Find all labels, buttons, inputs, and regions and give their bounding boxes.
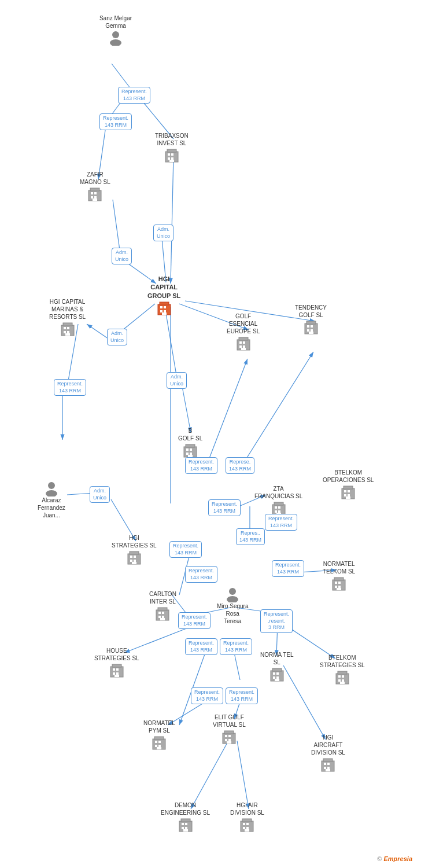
node-demon-eng: DEMONENGINEERING SL [161, 801, 210, 834]
svg-rect-112 [130, 560, 132, 562]
svg-point-130 [227, 596, 238, 602]
building-icon-elit-golf [220, 729, 238, 746]
node-house-strategies: HOUSESTRATEGIES SL [94, 647, 139, 679]
svg-line-19 [240, 352, 313, 469]
svg-rect-114 [132, 562, 136, 564]
svg-rect-110 [130, 556, 132, 558]
building-icon-btelkom-strat [334, 669, 351, 686]
svg-rect-98 [346, 496, 350, 499]
svg-rect-155 [158, 741, 161, 743]
svg-rect-133 [113, 668, 115, 671]
corporate-diagram: Sanz Melgar Gemma Represent.143 RRM Repr… [0, 0, 421, 868]
svg-line-39 [237, 741, 249, 809]
svg-rect-150 [342, 679, 344, 682]
svg-rect-172 [326, 769, 330, 771]
svg-rect-175 [182, 823, 184, 825]
badge-represent-eg2: Represent.143 RRM [226, 687, 258, 704]
person-icon-sanz [108, 30, 124, 46]
svg-rect-141 [276, 672, 279, 675]
copyright: © Empresia [377, 855, 412, 862]
node-bgolf: BGOLF SL [178, 427, 202, 459]
svg-rect-153 [154, 737, 164, 740]
svg-point-41 [112, 31, 119, 38]
svg-rect-179 [183, 829, 188, 832]
svg-rect-183 [246, 823, 249, 825]
svg-rect-67 [67, 327, 69, 329]
person-icon-miro [224, 586, 241, 602]
svg-rect-68 [64, 331, 66, 333]
svg-rect-87 [186, 448, 189, 451]
building-icon-normatel-telkom [330, 575, 348, 593]
building-icon-btelkom-op [339, 484, 357, 501]
svg-point-129 [229, 588, 236, 595]
node-norma-tel: NORMA TELSL [260, 651, 294, 683]
svg-rect-121 [337, 588, 341, 590]
svg-rect-158 [157, 747, 161, 749]
svg-rect-96 [344, 494, 346, 496]
svg-rect-184 [243, 827, 245, 829]
svg-rect-54 [91, 196, 93, 198]
svg-rect-46 [171, 153, 173, 156]
badge-represent-alc: Represent.143 RRM [208, 499, 241, 516]
svg-rect-51 [90, 188, 99, 191]
svg-rect-123 [158, 608, 167, 610]
svg-rect-53 [94, 192, 97, 194]
badge-adm-unico-5: Adm.Unico [90, 486, 110, 503]
svg-rect-154 [155, 741, 157, 743]
svg-rect-146 [338, 671, 347, 674]
svg-line-6 [113, 200, 120, 250]
svg-rect-126 [158, 616, 161, 618]
svg-rect-52 [91, 192, 93, 194]
svg-rect-48 [171, 157, 173, 160]
svg-rect-44 [167, 149, 176, 152]
svg-rect-56 [93, 198, 97, 201]
svg-rect-117 [335, 582, 337, 584]
building-icon-golf-esencial [235, 335, 252, 352]
svg-rect-106 [278, 510, 280, 513]
svg-rect-79 [306, 321, 316, 324]
svg-rect-162 [228, 735, 231, 737]
svg-rect-182 [243, 823, 245, 825]
badge-represent-norm1: Represent.143 RRM [272, 560, 304, 577]
node-zta-franq: ZTAFRANQUICIAS SL [254, 485, 302, 517]
node-miro-segura: Miro SeguraRosaTeresa [217, 586, 248, 625]
building-icon-demon [177, 816, 194, 834]
svg-rect-148 [342, 675, 344, 678]
svg-rect-132 [112, 664, 121, 667]
badge-represent-hgist: Represent.143 RRM [169, 541, 202, 558]
badge-represent-2: Represent.143 RRM [99, 113, 132, 130]
svg-point-100 [46, 490, 57, 496]
svg-rect-161 [225, 735, 227, 737]
building-icon-hgi-aircraft [319, 756, 337, 774]
node-hgi-capital-marinas: HGI CAPITALMARINAS &RESORTS SL [49, 298, 86, 338]
svg-line-5 [171, 156, 173, 284]
svg-rect-89 [186, 453, 189, 455]
badge-represent-zta1: Represent.143 RRM [265, 514, 297, 531]
svg-rect-178 [185, 827, 187, 829]
svg-rect-82 [307, 329, 309, 332]
svg-rect-77 [241, 348, 246, 350]
svg-rect-177 [182, 827, 184, 829]
badge-represent-bgolf2: Represe.143 RRM [226, 457, 254, 474]
svg-rect-49 [169, 160, 174, 162]
badge-represent-1: Represent.143 RRM [118, 87, 150, 104]
svg-rect-139 [272, 668, 282, 671]
building-icon-zafir [86, 186, 104, 203]
building-icon-normatel-pym [150, 734, 168, 752]
svg-rect-144 [275, 679, 279, 681]
building-icon-hgi-marinas [59, 321, 76, 338]
svg-line-33 [234, 653, 240, 680]
svg-point-42 [110, 39, 121, 46]
svg-rect-165 [227, 741, 231, 744]
svg-line-38 [191, 741, 228, 809]
badge-adm-unico-2: Adm.Unico [112, 248, 132, 264]
svg-rect-169 [327, 763, 330, 765]
badge-represent-hgi-marinas: Represent.143 RRM [54, 379, 86, 396]
svg-rect-93 [344, 486, 353, 489]
building-icon-norma-tel [268, 666, 286, 683]
svg-rect-167 [323, 759, 333, 762]
svg-rect-160 [224, 731, 234, 734]
svg-rect-83 [311, 329, 313, 332]
svg-rect-95 [348, 490, 350, 492]
svg-rect-81 [311, 325, 313, 328]
